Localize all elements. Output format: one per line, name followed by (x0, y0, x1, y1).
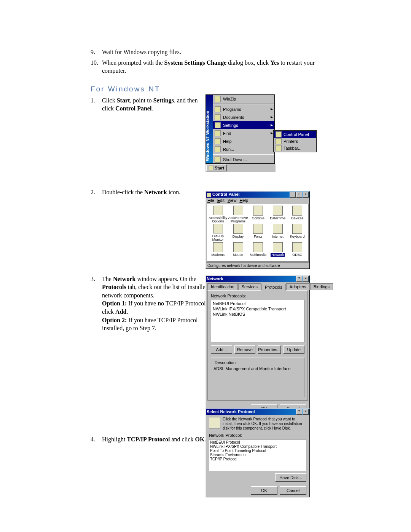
start-item-shutdown[interactable]: Shut Down... (213, 155, 274, 163)
network-icon (273, 242, 283, 252)
screenshot-start-menu: Windows NT Workstation WinZip Programs▶ … (206, 94, 320, 172)
list-item[interactable]: NetBEUI Protocol (210, 440, 305, 444)
titlebar: Network ? × (206, 276, 309, 282)
mouse-icon (233, 242, 243, 252)
multimedia-icon (253, 242, 263, 252)
list-item[interactable]: NetBEUI Protocol (212, 301, 303, 306)
cp-icon-network[interactable]: Network (268, 242, 287, 260)
close-button[interactable]: × (303, 192, 309, 198)
add-button[interactable]: Add... (211, 345, 232, 354)
menu-edit[interactable]: Edit (217, 198, 225, 203)
cp-icon-datetime[interactable]: Date/Time (268, 206, 287, 223)
list-item-tcpip[interactable]: TCP/IP Protocol (210, 457, 305, 461)
step-number: 2. (91, 188, 102, 197)
cp-icon-dialup[interactable]: Dial-Up Monitor (209, 224, 227, 241)
description-group: Description: ADSL Management and Monitor… (211, 358, 304, 397)
step-number: 3. (91, 275, 102, 332)
ok-button[interactable]: OK (251, 486, 277, 495)
tab-body: Network Protocols: NetBEUI Protocol NWLi… (207, 290, 308, 401)
start-menu: Windows NT Workstation WinZip Programs▶ … (206, 94, 275, 164)
list-item-9: 9. Wait for Windows copying files. (91, 48, 323, 56)
start-item-find[interactable]: Find▶ (213, 129, 274, 137)
titlebar: Select Network Protocol ? × (206, 409, 309, 415)
list-item[interactable]: Point To Point Tunneling Protocol (210, 449, 305, 453)
cp-icon-devices[interactable]: Devices (288, 206, 307, 223)
list-item[interactable]: Streams Environment (210, 453, 305, 457)
maximize-button[interactable]: □ (296, 192, 302, 198)
protocol-icon (209, 417, 220, 428)
window-controls: _ □ × (290, 192, 309, 198)
tab-services[interactable]: Services (238, 283, 261, 290)
screenshot-network-dialog: Network ? × Identification Services Prot… (206, 268, 310, 415)
step-text: Highlight TCP/IP Protocol and click OK. (102, 435, 209, 444)
step-text: The Network window appears. On the Proto… (102, 275, 209, 332)
control-panel-icon (207, 193, 211, 197)
menu-file[interactable]: File (207, 198, 214, 203)
submenu-control-panel[interactable]: Control Panel (274, 131, 316, 138)
minimize-button[interactable]: _ (290, 192, 296, 198)
cp-icon-accessibility[interactable]: Accessibility Options (209, 206, 227, 223)
document-page: 9. Wait for Windows copying files. 10. W… (0, 0, 411, 532)
dialog-title: Select Network Protocol (207, 409, 255, 414)
cp-icon-display[interactable]: Display (228, 224, 248, 241)
start-item-programs[interactable]: Programs▶ (213, 105, 274, 113)
start-item-winzip[interactable]: WinZip (213, 95, 274, 103)
list-label: Network Protocol: (209, 433, 306, 438)
winzip-icon (215, 96, 221, 102)
button-row: Add... Remove Properties... Update (211, 345, 304, 354)
cancel-button[interactable]: Cancel (280, 486, 306, 495)
protocols-listbox[interactable]: NetBEUI Protocol NWLink IPX/SPX Compatib… (211, 300, 304, 342)
control-panel-icon (276, 131, 282, 137)
console-icon (253, 206, 263, 216)
properties-button[interactable]: Properties... (258, 345, 281, 354)
menu-help[interactable]: Help (239, 198, 248, 203)
tab-bindings[interactable]: Bindings (310, 283, 333, 290)
help-button[interactable]: ? (296, 276, 302, 282)
cp-icon-fonts[interactable]: Fonts (249, 224, 268, 241)
cp-icon-keyboard[interactable]: Keyboard (288, 224, 307, 241)
window-controls: ? × (296, 276, 309, 282)
run-icon (215, 146, 221, 152)
start-menu-items: WinZip Programs▶ Documents▶ Settings▶ Fi… (213, 95, 274, 163)
list-item[interactable]: NWLink NetBIOS (212, 312, 303, 317)
chevron-right-icon: ▶ (271, 107, 273, 111)
tab-adapters[interactable]: Adapters (286, 283, 310, 290)
cp-icon-mouse[interactable]: Mouse (228, 242, 248, 260)
update-button[interactable]: Update (283, 345, 304, 354)
printers-icon (276, 138, 282, 144)
cp-icon-odbc[interactable]: ODBC (288, 242, 307, 260)
submenu-taskbar[interactable]: Taskbar... (274, 145, 316, 152)
cp-icon-modems[interactable]: Modems (209, 242, 227, 260)
step-number: 4. (91, 435, 102, 444)
start-button[interactable]: Start (206, 165, 227, 171)
tab-row: Identification Services Protocols Adapte… (206, 282, 309, 290)
have-disk-button[interactable]: Have Disk... (275, 473, 306, 482)
submenu-printers[interactable]: Printers (274, 138, 316, 145)
remove-button[interactable]: Remove (234, 345, 256, 354)
description-text: ADSL Management and Monitor Interface (213, 366, 302, 371)
cp-icon-internet[interactable]: Internet (268, 224, 287, 241)
help-icon (215, 138, 221, 144)
close-button[interactable]: × (303, 409, 309, 415)
tab-protocols[interactable]: Protocols (261, 284, 286, 291)
protocol-listbox[interactable]: NetBEUI Protocol NWLink IPX/SPX Compatib… (209, 439, 306, 471)
chevron-right-icon: ▶ (271, 123, 273, 127)
menu-separator (213, 154, 274, 155)
start-item-run[interactable]: Run... (213, 145, 274, 153)
list-item[interactable]: NWLink IPX/SPX Compatible Transport (210, 444, 305, 449)
start-item-help[interactable]: Help (213, 137, 274, 145)
start-item-documents[interactable]: Documents▶ (213, 113, 274, 121)
tab-identification[interactable]: Identification (207, 283, 238, 290)
cp-icon-add-remove[interactable]: Add/Remove Programs (228, 206, 248, 223)
help-button[interactable]: ? (296, 409, 302, 415)
start-item-settings[interactable]: Settings▶ (213, 121, 274, 129)
embedded-screenshots: Windows NT Workstation WinZip Programs▶ … (206, 94, 320, 172)
menu-view[interactable]: View (228, 198, 237, 203)
cp-icon-multimedia[interactable]: Multimedia (249, 242, 268, 260)
modems-icon (213, 242, 223, 252)
item-text: Wait for Windows copying files. (102, 48, 323, 56)
list-label: Network Protocols: (211, 294, 304, 298)
close-button[interactable]: × (303, 276, 309, 282)
list-item[interactable]: NWLink IPX/SPX Compatible Transport (212, 306, 303, 312)
cp-icon-console[interactable]: Console (249, 206, 268, 223)
